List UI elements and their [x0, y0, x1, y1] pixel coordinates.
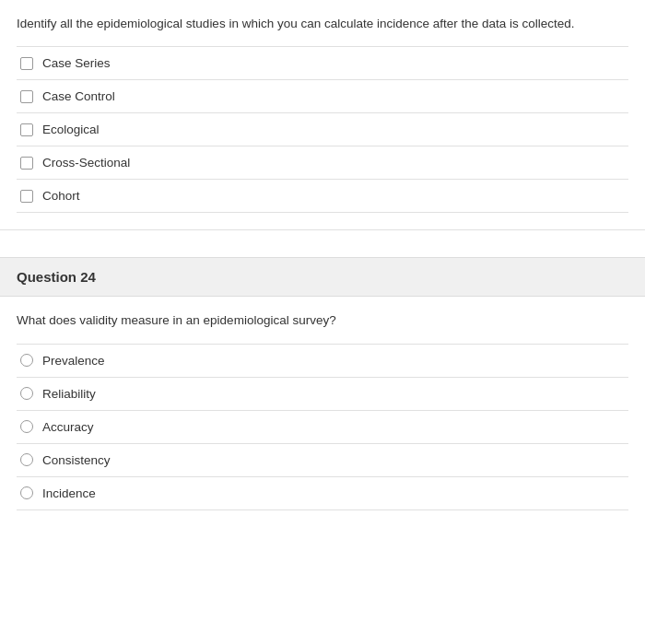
list-item[interactable]: Prevalence	[17, 344, 628, 377]
option-label: Cohort	[42, 189, 80, 203]
list-item[interactable]: Consistency	[17, 443, 628, 476]
option-label: Case Series	[42, 56, 111, 70]
section-divider	[0, 229, 645, 257]
question-24-header: Question 24	[0, 257, 645, 297]
radio-icon[interactable]	[20, 387, 33, 400]
list-item[interactable]: Reliability	[17, 377, 628, 410]
question-24-text: What does validity measure in an epidemi…	[17, 311, 628, 330]
question-24-block: What does validity measure in an epidemi…	[0, 297, 645, 517]
question-24-options: PrevalenceReliabilityAccuracyConsistency…	[17, 344, 628, 510]
option-label: Ecological	[42, 123, 100, 136]
question-23-text: Identify all the epidemiological studies…	[17, 15, 628, 33]
list-item[interactable]: Case Series	[17, 46, 628, 79]
checkbox-icon[interactable]	[20, 190, 33, 203]
list-item[interactable]: Incidence	[17, 476, 628, 510]
option-label: Accuracy	[42, 420, 94, 434]
list-item[interactable]: Cohort	[17, 179, 628, 213]
radio-icon[interactable]	[20, 354, 33, 367]
list-item[interactable]: Cross-Sectional	[17, 146, 628, 179]
option-label: Incidence	[42, 486, 96, 500]
option-label: Reliability	[42, 387, 96, 401]
checkbox-icon[interactable]	[20, 57, 33, 70]
list-item[interactable]: Case Control	[17, 79, 628, 112]
option-label: Consistency	[42, 453, 111, 467]
option-label: Cross-Sectional	[42, 156, 130, 170]
radio-icon[interactable]	[20, 453, 33, 466]
list-item[interactable]: Accuracy	[17, 410, 628, 443]
list-item[interactable]: Ecological	[17, 112, 628, 146]
question-24-title: Question 24	[17, 269, 96, 285]
option-label: Case Control	[42, 89, 115, 103]
question-23-options: Case SeriesCase ControlEcologicalCross-S…	[17, 46, 628, 213]
question-23-block: Identify all the epidemiological studies…	[0, 0, 645, 220]
checkbox-icon[interactable]	[20, 90, 33, 103]
radio-icon[interactable]	[20, 420, 33, 433]
radio-icon[interactable]	[20, 486, 33, 499]
checkbox-icon[interactable]	[20, 123, 33, 136]
option-label: Prevalence	[42, 354, 105, 368]
checkbox-icon[interactable]	[20, 157, 33, 170]
